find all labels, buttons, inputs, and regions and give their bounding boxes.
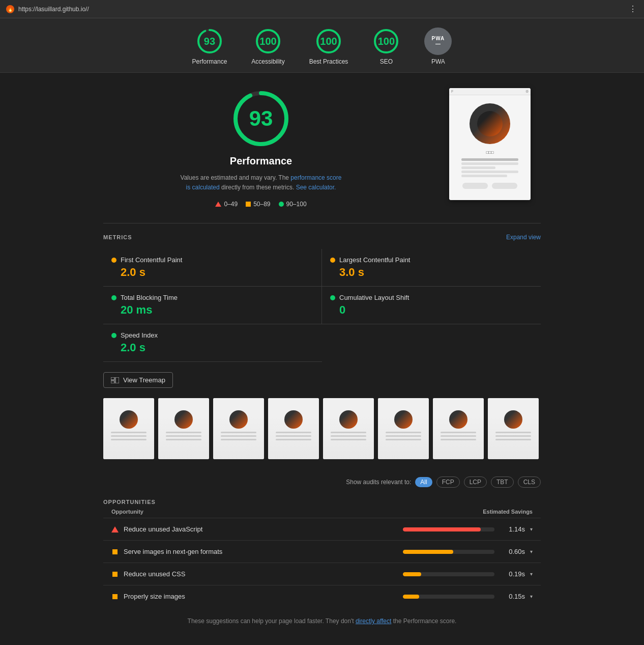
filmstrip-frame-2[interactable] <box>158 398 209 459</box>
opp-js-bar-container <box>403 527 494 531</box>
performance-score-value: 93 <box>204 36 215 47</box>
ss-line-2 <box>461 162 518 165</box>
opp-js-name: Reduce unused JavaScript <box>124 525 398 533</box>
metric-cls-dot <box>330 295 335 300</box>
ss-btn-1 <box>462 183 488 189</box>
metric-fcp-name: First Contentful Paint <box>121 256 182 264</box>
good-icon <box>279 202 284 207</box>
treemap-icon <box>111 377 119 383</box>
opp-css-savings: 0.19s <box>500 570 525 578</box>
metric-fcp: First Contentful Paint 2.0 s <box>103 249 322 287</box>
filmstrip-frame-8[interactable] <box>488 398 539 459</box>
metric-lcp-value: 3.0 s <box>330 266 533 279</box>
perf-desc-text2: directly from these metrics. <box>220 184 296 191</box>
expand-view-link[interactable]: Expand view <box>506 234 541 241</box>
screenshot-inner: F ⚙ □□□ <box>449 88 531 200</box>
metric-cls-name: Cumulative Layout Shift <box>339 294 409 301</box>
browser-bar-left: 🔥 https://lasuillard.github.io// <box>6 5 89 13</box>
score-legend: 0–49 50–89 90–100 <box>215 201 306 208</box>
legend-average: 50–89 <box>246 201 270 208</box>
filter-all[interactable]: All <box>415 477 432 487</box>
pwa-score-circle: PWA — <box>424 27 452 55</box>
pwa-score-value: PWA <box>431 36 445 41</box>
filmstrip-frame-6[interactable] <box>378 398 429 459</box>
calculator-link[interactable]: See calculator. <box>296 184 336 191</box>
opp-size-savings: 0.15s <box>500 593 525 600</box>
performance-score-circle: 93 <box>196 27 223 55</box>
opp-images-bar <box>403 550 453 554</box>
metric-lcp-header: Largest Contentful Paint <box>330 256 533 264</box>
opp-images-icon <box>111 548 119 555</box>
best-practices-score-label: Best Practices <box>309 58 348 65</box>
footer-note: These suggestions can help your page loa… <box>103 618 541 625</box>
opp-css-bar-container <box>403 572 494 576</box>
browser-menu-icon[interactable]: ⋮ <box>629 4 638 14</box>
score-tabs-row: 93 Performance 100 Accessibility 100 Bes… <box>0 18 644 73</box>
best-practices-score-value: 100 <box>320 36 337 47</box>
opp-images-savings: 0.60s <box>500 548 525 555</box>
browser-favicon: 🔥 <box>6 5 14 13</box>
filmstrip-frame-4[interactable] <box>268 398 319 459</box>
metric-cls-value: 0 <box>330 303 533 317</box>
filter-tbt[interactable]: TBT <box>491 476 514 488</box>
opportunities-title: OPPORTUNITIES <box>103 499 156 505</box>
filmstrip-frame-3[interactable] <box>213 398 264 459</box>
big-performance-circle: 93 <box>230 88 291 149</box>
metrics-section-header: METRICS Expand view <box>103 234 541 241</box>
view-treemap-button[interactable]: View Treemap <box>103 372 173 388</box>
metric-tbt-name: Total Blocking Time <box>121 294 178 301</box>
pwa-dash: — <box>435 41 441 47</box>
opp-size-bar-container <box>403 595 494 599</box>
opp-size-square-icon <box>112 594 118 599</box>
filmstrip-frame-1[interactable] <box>103 398 154 459</box>
opp-row-size[interactable]: Properly size images 0.15s ▾ <box>103 585 541 607</box>
tab-performance[interactable]: 93 Performance <box>180 24 240 68</box>
metric-tbt-header: Total Blocking Time <box>111 294 313 301</box>
metric-lcp: Largest Contentful Paint 3.0 s <box>322 249 541 287</box>
best-practices-score-circle: 100 <box>315 27 342 55</box>
metric-si-dot <box>111 333 116 338</box>
legend-fail: 0–49 <box>215 201 238 208</box>
main-content: 93 Performance Values are estimated and … <box>93 73 551 645</box>
opp-size-icon <box>111 593 119 600</box>
opp-row-css[interactable]: Reduce unused CSS 0.19s ▾ <box>103 563 541 585</box>
tab-accessibility[interactable]: 100 Accessibility <box>239 24 297 68</box>
fail-icon <box>215 202 221 207</box>
ss-line-1 <box>461 158 518 161</box>
screenshot-frame: F ⚙ □□□ <box>449 88 531 200</box>
opp-row-images[interactable]: Serve images in next-gen formats 0.60s ▾ <box>103 540 541 563</box>
opp-size-bar <box>403 595 419 599</box>
opportunities-section: OPPORTUNITIES Opportunity Estimated Savi… <box>103 498 541 607</box>
opp-images-chevron: ▾ <box>530 549 533 554</box>
tab-pwa[interactable]: PWA — PWA <box>412 24 464 68</box>
filter-lcp[interactable]: LCP <box>464 476 487 488</box>
ss-buttons <box>462 183 517 189</box>
fail-range: 0–49 <box>224 201 238 208</box>
tab-best-practices[interactable]: 100 Best Practices <box>297 24 361 68</box>
metric-cls: Cumulative Layout Shift 0 <box>322 287 541 324</box>
svg-rect-11 <box>111 381 114 383</box>
tab-seo[interactable]: 100 SEO <box>360 24 412 68</box>
footer-text1: These suggestions can help your page loa… <box>188 618 356 625</box>
metric-si-value: 2.0 s <box>111 341 314 354</box>
opp-css-icon <box>111 571 119 578</box>
ss-browser-bar: F ⚙ <box>449 88 531 95</box>
opp-js-chevron: ▾ <box>530 526 533 532</box>
ss-text-lines <box>457 157 522 179</box>
treemap-button-label: View Treemap <box>123 376 165 384</box>
opp-size-chevron: ▾ <box>530 594 533 599</box>
filter-fcp[interactable]: FCP <box>436 476 460 488</box>
opp-images-bar-container <box>403 550 494 554</box>
filter-cls[interactable]: CLS <box>518 476 541 488</box>
filmstrip-frame-7[interactable] <box>433 398 484 459</box>
accessibility-score-circle: 100 <box>254 27 282 55</box>
seo-score-value: 100 <box>378 36 395 47</box>
opp-row-js[interactable]: Reduce unused JavaScript 1.14s ▾ <box>103 518 541 540</box>
metrics-grid: First Contentful Paint 2.0 s Largest Con… <box>103 249 541 362</box>
metric-lcp-name: Largest Contentful Paint <box>339 256 410 264</box>
filmstrip-frame-5[interactable] <box>323 398 374 459</box>
metric-fcp-value: 2.0 s <box>111 266 313 279</box>
screenshot-preview: F ⚙ □□□ <box>439 88 541 208</box>
footer-link[interactable]: directly affect <box>356 618 391 625</box>
filter-bar: Show audits relevant to: All FCP LCP TBT… <box>103 476 541 488</box>
